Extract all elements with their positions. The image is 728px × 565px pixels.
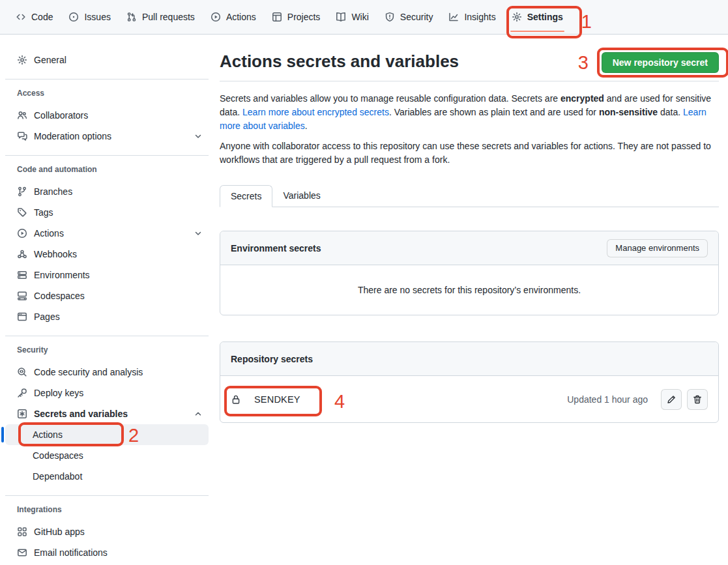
nav-tab-label: Pull requests (142, 12, 195, 22)
sidebar-subitem-actions-secrets[interactable]: Actions 2 (5, 424, 209, 445)
intro-bold-encrypted: encrypted (561, 93, 604, 104)
new-repository-secret-button[interactable]: New repository secret (602, 52, 719, 73)
trash-icon (692, 394, 703, 405)
sidebar-item-tags[interactable]: Tags (5, 202, 209, 223)
sidebar-item-pages[interactable]: Pages (5, 306, 209, 327)
code-icon (16, 12, 26, 22)
sidebar-item-label: Pages (34, 311, 60, 322)
nav-tab-wiki[interactable]: Wiki (328, 0, 376, 34)
sidebar-item-label: Secrets and variables (34, 409, 128, 419)
secret-updated-timestamp: Updated 1 hour ago (567, 394, 648, 405)
comment-discussion-icon (17, 131, 27, 141)
annotation-step-number: 1 (581, 12, 592, 31)
webhook-icon (17, 249, 27, 259)
sidebar-item-label: Actions (33, 429, 63, 440)
chevron-down-icon (193, 131, 203, 141)
secret-row: SENDKEY 4 Updated 1 hour ago (220, 376, 718, 422)
sidebar-item-label: Moderation options (34, 131, 111, 141)
sidebar-item-label: Deploy keys (34, 388, 83, 398)
chevron-down-icon (193, 228, 203, 239)
new-secret-button-wrap: New repository secret 3 (602, 52, 719, 73)
nav-tab-actions[interactable]: Actions (203, 0, 264, 34)
environment-secrets-header: Environment secrets Manage environments (220, 231, 718, 265)
key-asterisk-icon (17, 409, 27, 419)
nav-tab-security[interactable]: Security (377, 0, 441, 34)
key-icon (17, 388, 27, 398)
codescan-icon (17, 367, 27, 377)
nav-tab-label: Code (31, 12, 53, 22)
lock-icon (231, 394, 241, 405)
nav-tab-issues[interactable]: Issues (61, 0, 118, 34)
gear-icon (17, 55, 27, 65)
nav-tab-label: Settings (527, 12, 563, 22)
intro-paragraph-2: Anyone with collaborator access to this … (220, 139, 719, 167)
secret-row-actions: Updated 1 hour ago (567, 389, 708, 410)
sidebar-item-label: Environments (34, 270, 90, 280)
sidebar-subitem-codespaces-secrets[interactable]: Codespaces (5, 445, 209, 466)
sidebar-divider (5, 79, 209, 80)
sidebar-item-general[interactable]: General (5, 50, 209, 70)
sidebar-item-actions[interactable]: Actions (5, 223, 209, 244)
sidebar-item-branches[interactable]: Branches (5, 181, 209, 202)
delete-secret-button[interactable] (687, 389, 708, 410)
repository-secrets-header: Repository secrets (220, 342, 718, 376)
repository-secrets-panel: Repository secrets SENDKEY 4 Updated 1 h… (220, 341, 719, 423)
sidebar-item-secrets-and-variables[interactable]: Secrets and variables (5, 403, 209, 424)
sidebar-item-label: General (34, 55, 66, 65)
server-icon (17, 270, 27, 280)
sidebar-item-deploy-keys[interactable]: Deploy keys (5, 383, 209, 403)
sidebar-item-label: Actions (34, 228, 64, 239)
tab-secrets[interactable]: Secrets (220, 185, 272, 207)
sidebar-item-moderation-options[interactable]: Moderation options (5, 126, 209, 147)
sidebar-section-header: Integrations (5, 504, 209, 515)
gear-icon (512, 12, 522, 22)
browser-icon (17, 311, 27, 322)
tab-variables[interactable]: Variables (272, 185, 330, 207)
sidebar-item-collaborators[interactable]: Collaborators (5, 105, 209, 126)
codespaces-icon (17, 291, 27, 301)
nav-tab-pull-requests[interactable]: Pull requests (119, 0, 203, 34)
page-title: Actions secrets and variables (220, 51, 459, 72)
sidebar-subitem-dependabot-secrets[interactable]: Dependabot (5, 466, 209, 487)
sidebar-item-label: Tags (34, 207, 53, 218)
nav-tab-settings[interactable]: Settings 1 (504, 0, 571, 34)
graph-icon (448, 12, 459, 22)
table-icon (272, 12, 282, 22)
shield-icon (385, 12, 395, 22)
secret-name-group: SENDKEY 4 (231, 394, 300, 405)
sidebar-item-environments[interactable]: Environments (5, 265, 209, 285)
sidebar-item-label: Code security and analysis (34, 367, 143, 377)
sidebar-item-label: Codespaces (33, 450, 83, 461)
chevron-up-icon (193, 409, 203, 419)
manage-environments-button[interactable]: Manage environments (607, 239, 708, 257)
git-branch-icon (17, 186, 27, 197)
sidebar-item-label: Dependabot (33, 471, 82, 482)
sidebar-item-label: Webhooks (34, 249, 77, 259)
nav-tab-label: Issues (84, 12, 110, 22)
nav-tab-code[interactable]: Code (8, 0, 61, 34)
link-learn-more-encrypted-secrets[interactable]: Learn more about encrypted secrets (242, 107, 389, 117)
play-circle-icon (211, 12, 221, 22)
page-header: Actions secrets and variables New reposi… (220, 51, 719, 81)
sidebar-item-email-notifications[interactable]: Email notifications (5, 542, 209, 563)
nav-tab-insights[interactable]: Insights (441, 0, 503, 34)
edit-secret-button[interactable] (661, 389, 682, 410)
intro-text-segment: Secrets and variables allow you to manag… (220, 93, 561, 104)
people-icon (17, 110, 27, 121)
secrets-variables-tabnav: Secrets Variables (220, 185, 719, 207)
panel-title: Repository secrets (231, 354, 313, 364)
annotation-step-number: 2 (128, 426, 139, 445)
nav-tab-label: Insights (464, 12, 495, 22)
settings-sidebar: General Access Collaborators Moderation … (0, 35, 220, 563)
sidebar-item-github-apps[interactable]: GitHub apps (5, 521, 209, 542)
annotation-step-number: 3 (578, 53, 589, 72)
sidebar-item-webhooks[interactable]: Webhooks (5, 244, 209, 265)
sidebar-item-codespaces[interactable]: Codespaces (5, 285, 209, 306)
intro-text-segment: . (305, 121, 308, 131)
intro-text: Secrets and variables allow you to manag… (220, 92, 719, 167)
nav-tab-projects[interactable]: Projects (264, 0, 328, 34)
annotation-box-settings (506, 6, 582, 38)
sidebar-section-header: Access (5, 88, 209, 98)
sidebar-item-code-security[interactable]: Code security and analysis (5, 362, 209, 383)
sidebar-item-label: Email notifications (34, 547, 108, 558)
